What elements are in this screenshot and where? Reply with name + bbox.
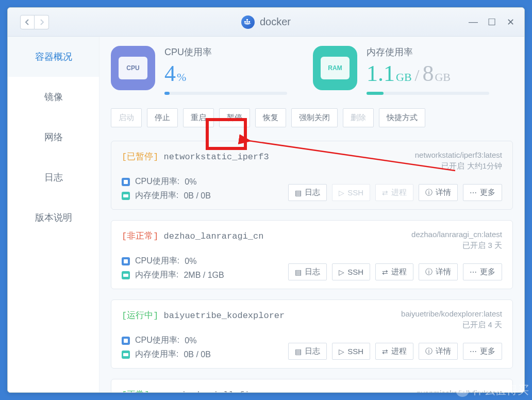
detail-icon: ⓘ: [425, 268, 433, 277]
nav-back-button[interactable]: [20, 15, 35, 29]
sidebar-item-0[interactable]: 容器概况: [8, 37, 99, 77]
container-image: networkstatic/iperf3:latest: [415, 151, 502, 159]
container-card[interactable]: [正常] nyanmisaka_jellyfinnyanmisaka/jelly…: [111, 379, 513, 392]
toolbar-btn-3[interactable]: 暂停: [219, 108, 250, 127]
container-card[interactable]: [运行中] baiyuetribe_kodexplorerbaiyuetribe…: [111, 299, 513, 369]
maximize-button[interactable]: ☐: [487, 16, 496, 28]
svg-rect-9: [123, 353, 128, 356]
toolbar-btn-1[interactable]: 停止: [147, 108, 178, 127]
card-actions: ▤日志▷SSH⇄进程ⓘ详情⋯更多: [288, 184, 502, 201]
detail-icon: ⓘ: [425, 347, 433, 356]
container-name: [非正常] dezhao_lanraragi_cn: [122, 230, 263, 242]
cpu-icon: [122, 337, 130, 345]
nav-forward-button[interactable]: [35, 15, 49, 29]
svg-rect-3: [248, 21, 250, 23]
container-name: [运行中] baiyuetribe_kodexplorer: [122, 309, 285, 321]
sidebar-item-4[interactable]: 版本说明: [8, 197, 99, 238]
action-log-button[interactable]: ▤日志: [288, 343, 327, 360]
cpu-icon: [122, 257, 130, 265]
ram-stat: RAM 内存使用率 1.1GB / 8GB: [313, 46, 489, 95]
action-detail-button[interactable]: ⓘ详情: [419, 184, 458, 201]
proc-icon: ⇄: [382, 189, 388, 197]
container-uptime: 已开启 4 天: [401, 320, 502, 330]
container-card[interactable]: [非正常] dezhao_lanraragi_cndezhao/lanrarag…: [111, 220, 513, 289]
svg-rect-5: [123, 194, 128, 197]
svg-rect-7: [123, 274, 128, 277]
ram-bar: [367, 92, 489, 95]
action-log-button[interactable]: ▤日志: [288, 263, 327, 280]
cpu-icon: [122, 178, 130, 186]
svg-rect-6: [124, 259, 128, 263]
action-more-button[interactable]: ⋯更多: [463, 343, 502, 360]
card-actions: ▤日志▷SSH⇄进程ⓘ详情⋯更多: [288, 263, 502, 280]
memory-icon: [122, 351, 130, 359]
status-tag: [非正常]: [122, 231, 158, 241]
container-uptime: 已开启 大约1分钟: [415, 161, 502, 171]
container-card[interactable]: [已暂停] networkstatic_iperf3networkstatic/…: [111, 141, 513, 210]
toolbar-btn-4[interactable]: 恢复: [255, 108, 286, 127]
svg-rect-1: [246, 21, 248, 23]
window-controls: — ☐ ✕: [469, 16, 515, 28]
sidebar-item-3[interactable]: 日志: [8, 157, 99, 197]
ram-chip-icon: RAM: [313, 46, 357, 90]
action-ssh-button[interactable]: ▷SSH: [332, 263, 370, 280]
log-icon: ▤: [295, 347, 302, 356]
main-content: CPU CPU使用率 4% RAM 内存使用率: [99, 37, 524, 392]
action-proc-button[interactable]: ⇄进程: [375, 263, 413, 280]
toolbar-btn-5[interactable]: 强制关闭: [291, 108, 338, 127]
container-name: [正常] nyanmisaka_jellyfin: [122, 389, 255, 392]
sidebar: 容器概况镜像网络日志版本说明: [8, 37, 99, 392]
action-detail-button[interactable]: ⓘ详情: [419, 263, 458, 280]
log-icon: ▤: [295, 189, 302, 197]
detail-icon: ⓘ: [425, 188, 433, 197]
svg-rect-8: [124, 339, 128, 343]
cpu-label: CPU使用率: [164, 46, 287, 58]
memory-icon: [122, 192, 130, 200]
log-icon: ▤: [295, 268, 302, 276]
title-text: docker: [260, 16, 291, 28]
action-ssh-button[interactable]: ▷SSH: [332, 343, 370, 360]
svg-rect-4: [124, 180, 128, 184]
minimize-button[interactable]: —: [469, 16, 478, 28]
action-proc-button[interactable]: ⇄进程: [375, 343, 413, 360]
nav-arrows: [20, 15, 49, 29]
close-button[interactable]: ✕: [506, 16, 515, 28]
container-name: [已暂停] networkstatic_iperf3: [122, 151, 269, 162]
action-toolbar: 启动停止重启暂停恢复强制关闭删除快捷方式: [111, 108, 513, 127]
memory-icon: [122, 271, 130, 279]
action-ssh-button: ▷SSH: [332, 184, 370, 201]
toolbar-btn-6: 删除: [343, 108, 374, 127]
chevron-right-icon: [39, 19, 44, 25]
titlebar: docker — ☐ ✕: [8, 8, 524, 37]
action-detail-button[interactable]: ⓘ详情: [419, 343, 458, 360]
watermark: 值 什么值得买: [456, 382, 529, 398]
toolbar-btn-7[interactable]: 快捷方式: [379, 108, 425, 127]
docker-icon: [241, 15, 255, 29]
svg-rect-2: [246, 19, 248, 21]
action-proc-button: ⇄进程: [375, 184, 413, 201]
ram-label: 内存使用率: [367, 46, 489, 58]
cpu-chip-icon: CPU: [111, 46, 155, 90]
sidebar-item-2[interactable]: 网络: [8, 117, 99, 157]
action-more-button[interactable]: ⋯更多: [463, 184, 502, 201]
more-icon: ⋯: [470, 189, 477, 197]
status-tag: [运行中]: [122, 311, 158, 321]
proc-icon: ⇄: [382, 268, 388, 276]
ssh-icon: ▷: [339, 268, 344, 276]
toolbar-btn-2[interactable]: 重启: [183, 108, 214, 127]
app-window: docker — ☐ ✕ 容器概况镜像网络日志版本说明 CPU CPU使用率 4…: [7, 7, 525, 393]
ram-value: 1.1GB / 8GB: [367, 60, 489, 87]
cpu-stat: CPU CPU使用率 4%: [111, 46, 287, 95]
window-title: docker: [8, 15, 524, 29]
action-log-button[interactable]: ▤日志: [288, 184, 327, 201]
more-icon: ⋯: [470, 268, 477, 276]
action-more-button[interactable]: ⋯更多: [463, 263, 502, 280]
toolbar-btn-0: 启动: [111, 108, 142, 127]
cpu-bar: [164, 92, 287, 95]
sidebar-item-1[interactable]: 镜像: [8, 77, 99, 117]
ssh-icon: ▷: [339, 189, 344, 197]
container-uptime: 已开启 3 天: [411, 241, 502, 251]
status-tag: [已暂停]: [122, 152, 158, 162]
container-image: baiyuetribe/kodexplorer:latest: [401, 309, 502, 318]
cpu-value: 4%: [164, 60, 287, 87]
